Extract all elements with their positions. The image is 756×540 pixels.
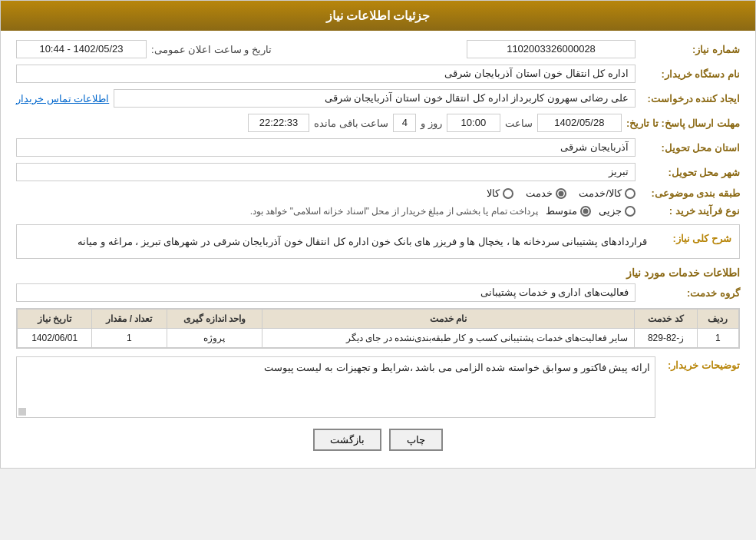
service-group-value: فعالیت‌های اداری و خدمات پشتیبانی xyxy=(16,283,636,302)
print-button[interactable]: چاپ xyxy=(389,429,443,451)
purchase-type-note: پرداخت تمام یا بخشی از مبلغ خریدار از مح… xyxy=(250,206,538,217)
category-khadamat-label: خدمت xyxy=(526,187,553,199)
radio-kala xyxy=(503,188,513,199)
resize-handle[interactable] xyxy=(18,408,26,416)
delivery-province-row: استان محل تحویل: آذربایجان شرقی xyxy=(16,138,740,157)
buyer-notes-row: توضیحات خریدار: ارائه پیش فاکتور و سوابق… xyxy=(16,356,740,418)
page-header: جزئیات اطلاعات نیاز xyxy=(1,1,755,31)
action-buttons: چاپ بازگشت xyxy=(16,429,740,451)
radio-khadamat xyxy=(556,188,566,199)
category-option-kala-khadamat[interactable]: کالا/خدمت xyxy=(579,187,636,199)
col-header-row-num: ردیف xyxy=(697,310,738,329)
service-group-row: گروه خدمت: فعالیت‌های اداری و خدمات پشتی… xyxy=(16,283,740,302)
radio-motovaset xyxy=(580,206,591,217)
general-desc-label: شرح کلی نیاز: xyxy=(655,233,731,244)
purchase-type-motovaset[interactable]: متوسط xyxy=(546,205,591,217)
services-section-title: اطلاعات خدمات مورد نیاز xyxy=(16,267,740,279)
response-time-label: ساعت xyxy=(505,118,533,129)
category-kala-label: کالا xyxy=(487,187,500,199)
delivery-province-value: آذربایجان شرقی xyxy=(16,138,636,157)
request-number-row: شماره نیاز: 1102003326000028 تاریخ و ساع… xyxy=(16,40,740,58)
category-option-kala[interactable]: کالا xyxy=(487,187,513,199)
response-time-value: 10:00 xyxy=(447,114,500,132)
purchase-type-options: جزیی متوسط پرداخت تمام یا بخشی از مبلغ خ… xyxy=(16,205,636,217)
col-header-date: تاریخ نیاز xyxy=(18,310,92,329)
category-kala-khadamat-label: کالا/خدمت xyxy=(579,187,622,199)
purchase-type-row: نوع فرآیند خرید : جزیی متوسط پرداخت تمام… xyxy=(16,205,740,217)
content-area: شماره نیاز: 1102003326000028 تاریخ و ساع… xyxy=(1,31,755,468)
delivery-city-label: شهر محل تحویل: xyxy=(640,167,740,178)
response-remaining-label: ساعت باقی مانده xyxy=(314,118,388,129)
buyer-notes-value: ارائه پیش فاکتور و سوابق خواسته شده الزا… xyxy=(264,362,650,373)
delivery-city-row: شهر محل تحویل: تبریز xyxy=(16,163,740,181)
main-container: جزئیات اطلاعات نیاز شماره نیاز: 11020033… xyxy=(0,0,756,469)
response-days-value: 4 xyxy=(393,114,416,132)
category-row: طبقه بندی موضوعی: کالا/خدمت خدمت کالا xyxy=(16,187,740,199)
col-header-service-name: نام خدمت xyxy=(262,310,635,329)
category-option-khadamat[interactable]: خدمت xyxy=(526,187,566,199)
request-number-label: شماره نیاز: xyxy=(640,44,740,55)
buyer-org-row: نام دستگاه خریدار: اداره کل انتقال خون ا… xyxy=(16,65,740,83)
col-header-service-code: کد خدمت xyxy=(635,310,697,329)
services-table-container: ردیف کد خدمت نام خدمت واحد اندازه گیری ت… xyxy=(16,308,740,349)
cell-quantity: 1 xyxy=(92,329,167,348)
general-description-box: شرح کلی نیاز: قراردادهای پشتیبانی سردخان… xyxy=(16,224,740,259)
announcement-date-label: تاریخ و ساعت اعلان عمومی: xyxy=(151,44,272,55)
requester-label: ایجاد کننده درخواست: xyxy=(640,93,740,104)
purchase-type-jozii-label: جزیی xyxy=(599,205,622,217)
service-group-label: گروه خدمت: xyxy=(640,287,740,299)
radio-jozii xyxy=(625,206,636,217)
cell-service-code: ز-82-829 xyxy=(635,329,697,348)
cell-service-name: سایر فعالیت‌های خدمات پشتیبانی کسب و کار… xyxy=(262,329,635,348)
response-days-label: روز و xyxy=(421,118,442,129)
buyer-notes-label: توضیحات خریدار: xyxy=(663,356,740,371)
buyer-org-value: اداره کل انتقال خون استان آذربایجان شرقی xyxy=(16,65,636,83)
cell-row-num: 1 xyxy=(697,329,738,348)
requester-row: ایجاد کننده درخواست: علی رضائی سهرون کار… xyxy=(16,89,740,108)
response-deadline-label: مهلت ارسال پاسخ: تا تاریخ: xyxy=(626,118,740,129)
delivery-province-label: استان محل تحویل: xyxy=(640,142,740,154)
radio-kala-khadamat xyxy=(625,188,636,199)
page-title: جزئیات اطلاعات نیاز xyxy=(326,9,431,22)
cell-unit: پروژه xyxy=(167,329,262,348)
category-label: طبقه بندی موضوعی: xyxy=(640,187,740,199)
col-header-unit: واحد اندازه گیری xyxy=(167,310,262,329)
purchase-type-jozii[interactable]: جزیی xyxy=(599,205,636,217)
back-button[interactable]: بازگشت xyxy=(313,429,381,451)
delivery-city-value: تبریز xyxy=(16,163,636,181)
contact-link[interactable]: اطلاعات تماس خریدار xyxy=(16,93,109,104)
buyer-notes-box: ارائه پیش فاکتور و سوابق خواسته شده الزا… xyxy=(16,356,655,418)
col-header-quantity: تعداد / مقدار xyxy=(92,310,167,329)
response-remaining-value: 22:22:33 xyxy=(248,114,309,132)
cell-date: 1402/06/01 xyxy=(18,329,92,348)
general-desc-value: قراردادهای پشتیبانی سردخانه ها ، یخچال ه… xyxy=(25,233,647,250)
response-date-value: 1402/05/28 xyxy=(537,114,622,132)
category-radio-group: کالا/خدمت خدمت کالا xyxy=(16,187,636,199)
purchase-type-motovaset-label: متوسط xyxy=(546,205,577,217)
services-table: ردیف کد خدمت نام خدمت واحد اندازه گیری ت… xyxy=(17,309,739,348)
response-deadline-row: مهلت ارسال پاسخ: تا تاریخ: 1402/05/28 سا… xyxy=(16,114,740,132)
request-number-value: 1102003326000028 xyxy=(467,40,636,58)
requester-value: علی رضائی سهرون کاربرداز اداره کل انتقال… xyxy=(114,89,636,108)
purchase-type-label: نوع فرآیند خرید : xyxy=(640,205,740,217)
buyer-org-label: نام دستگاه خریدار: xyxy=(640,68,740,80)
announcement-date-value: 1402/05/23 - 10:44 xyxy=(16,40,147,58)
table-row: 1 ز-82-829 سایر فعالیت‌های خدمات پشتیبان… xyxy=(18,329,739,348)
